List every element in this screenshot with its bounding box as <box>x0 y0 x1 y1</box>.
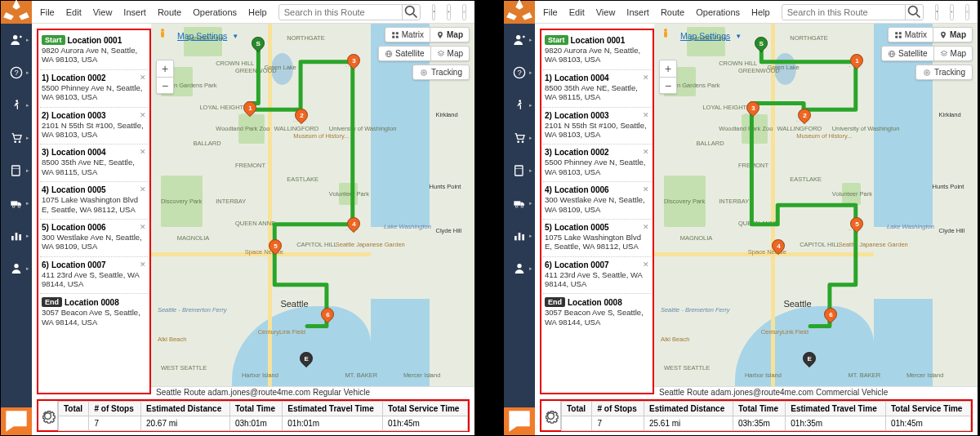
search-input[interactable] <box>782 7 905 17</box>
zoom-in-button[interactable]: + <box>157 60 173 77</box>
menu-help[interactable]: Help <box>248 7 267 17</box>
stop-item[interactable]: 4) Location 0006 300 Westlake Ave N, Sea… <box>543 182 651 220</box>
menu-edit[interactable]: Edit <box>569 7 585 17</box>
stats-settings-icon[interactable] <box>541 401 561 430</box>
search-button[interactable] <box>402 4 420 20</box>
map-marker-4[interactable]: 4 <box>770 236 783 252</box>
map-button[interactable]: Map <box>430 28 469 42</box>
tracking-button[interactable]: Tracking <box>915 65 973 80</box>
map-marker-2[interactable]: 2 <box>796 105 809 122</box>
menu-view[interactable]: View <box>93 7 113 17</box>
menu-file[interactable]: File <box>543 7 558 17</box>
pegman-icon[interactable] <box>156 27 169 42</box>
map2-button[interactable]: Map <box>430 47 469 60</box>
map-marker-S[interactable]: S <box>252 37 265 53</box>
map-marker-1[interactable]: 1 <box>849 51 862 67</box>
sidebar-person-icon[interactable]: ▸ <box>1 252 32 285</box>
stop-item[interactable]: 3) Location 0002 5500 Phinney Ave N, Sea… <box>543 145 651 182</box>
menu-help[interactable]: Help <box>751 7 770 17</box>
map-marker-4[interactable]: 4 <box>345 214 359 230</box>
sidebar-book-icon[interactable]: ▸ <box>1 154 32 187</box>
sidebar-chart-icon[interactable]: ▸ <box>1 220 32 252</box>
stop-item[interactable]: Start Location 0001 9820 Aurora Ave N, S… <box>40 32 148 70</box>
sidebar-help-icon[interactable]: ?▸ <box>1 56 32 89</box>
remove-stop-icon[interactable]: ✕ <box>643 223 649 231</box>
satellite-button[interactable]: Satellite <box>882 47 933 60</box>
map-settings-link[interactable]: Map Settings <box>680 31 730 41</box>
menu-operations[interactable]: Operations <box>193 7 237 17</box>
notifications-icon[interactable] <box>432 4 436 20</box>
stop-item[interactable]: 1) Location 0004 8500 35th Ave NE, Seatt… <box>543 70 651 108</box>
chat-icon[interactable] <box>1 407 32 435</box>
sidebar-cart-icon[interactable]: ▸ <box>1 122 32 154</box>
sidebar-truck-icon[interactable]: ▸ <box>1 187 32 220</box>
map-marker-2[interactable]: 2 <box>293 105 306 122</box>
favorites-icon[interactable] <box>447 4 451 20</box>
favorites-icon[interactable] <box>950 4 954 20</box>
stop-item[interactable]: 5) Location 0005 1075 Lake Washington Bl… <box>543 220 651 257</box>
menu-route[interactable]: Route <box>158 7 181 17</box>
stop-item[interactable]: End Location 0008 3057 Beacon Ave S, Sea… <box>543 294 651 331</box>
sidebar-cart-icon[interactable]: ▸ <box>504 122 535 154</box>
remove-stop-icon[interactable]: ✕ <box>140 260 146 269</box>
zoom-out-button[interactable]: − <box>660 77 676 93</box>
stop-item[interactable]: 2) Location 0003 2101 N 55th St #100, Se… <box>40 108 148 145</box>
matrix-button[interactable]: Matrix <box>385 28 430 42</box>
stop-item[interactable]: End Location 0008 3057 Beacon Ave S, Sea… <box>40 294 148 331</box>
tracking-button[interactable]: Tracking <box>412 65 470 80</box>
map-marker-5[interactable]: 5 <box>849 214 862 230</box>
remove-stop-icon[interactable]: ✕ <box>643 73 649 82</box>
remove-stop-icon[interactable]: ✕ <box>140 148 146 156</box>
map-marker-S[interactable]: S <box>755 37 768 53</box>
sidebar-book-icon[interactable]: ▸ <box>504 154 535 187</box>
zoom-out-button[interactable]: − <box>157 77 173 93</box>
pegman-icon[interactable] <box>659 27 672 42</box>
menu-insert[interactable]: Insert <box>123 7 146 17</box>
menu-icon[interactable] <box>965 4 969 20</box>
menu-route[interactable]: Route <box>661 7 684 17</box>
stop-item[interactable]: Start Location 0001 9820 Aurora Ave N, S… <box>543 32 651 70</box>
remove-stop-icon[interactable]: ✕ <box>140 111 146 119</box>
menu-operations[interactable]: Operations <box>696 7 740 17</box>
remove-stop-icon[interactable]: ✕ <box>140 223 146 231</box>
stop-item[interactable]: 3) Location 0004 8500 35th Ave NE, Seatt… <box>40 145 148 182</box>
sidebar-personplus-icon[interactable]: ▸ <box>504 24 535 56</box>
chat-icon[interactable] <box>504 407 535 435</box>
menu-icon[interactable] <box>462 4 466 20</box>
menu-edit[interactable]: Edit <box>66 7 82 17</box>
matrix-button[interactable]: Matrix <box>889 28 933 42</box>
search-button[interactable] <box>905 4 923 20</box>
map-marker-5[interactable]: 5 <box>267 236 280 252</box>
map-marker-6[interactable]: 6 <box>319 305 332 321</box>
sidebar-walk-icon[interactable]: ▸ <box>504 89 535 122</box>
stop-item[interactable]: 2) Location 0003 2101 N 55th St #100, Se… <box>543 108 651 145</box>
zoom-in-button[interactable]: + <box>660 60 676 77</box>
map-marker-6[interactable]: 6 <box>822 305 835 321</box>
menu-view[interactable]: View <box>596 7 616 17</box>
map-settings-link[interactable]: Map Settings <box>177 31 227 41</box>
notifications-icon[interactable] <box>935 4 939 20</box>
sidebar-person-icon[interactable]: ▸ <box>504 252 535 285</box>
stop-item[interactable]: 6) Location 0007 411 23rd Ave S, Seattle… <box>40 257 148 295</box>
map-marker-E[interactable]: E <box>300 352 313 368</box>
map-marker-E[interactable]: E <box>803 352 816 368</box>
sidebar-personplus-icon[interactable]: ▸ <box>1 24 32 56</box>
map-marker-3[interactable]: 3 <box>345 51 359 67</box>
map2-button[interactable]: Map <box>933 47 972 60</box>
satellite-button[interactable]: Satellite <box>379 47 430 60</box>
remove-stop-icon[interactable]: ✕ <box>643 148 649 156</box>
sidebar-truck-icon[interactable]: ▸ <box>504 187 535 220</box>
stop-item[interactable]: 5) Location 0006 300 Westlake Ave N, Sea… <box>40 220 148 257</box>
sidebar-walk-icon[interactable]: ▸ <box>1 89 32 122</box>
map-marker-1[interactable]: 1 <box>242 98 255 114</box>
remove-stop-icon[interactable]: ✕ <box>140 185 146 194</box>
sidebar-chart-icon[interactable]: ▸ <box>504 220 535 252</box>
stats-settings-icon[interactable] <box>38 401 58 430</box>
remove-stop-icon[interactable]: ✕ <box>140 73 146 82</box>
stop-item[interactable]: 4) Location 0005 1075 Lake Washington Bl… <box>40 182 148 220</box>
sidebar-help-icon[interactable]: ?▸ <box>504 56 535 89</box>
map-button[interactable]: Map <box>933 28 972 42</box>
remove-stop-icon[interactable]: ✕ <box>643 185 649 194</box>
menu-file[interactable]: File <box>40 7 55 17</box>
remove-stop-icon[interactable]: ✕ <box>643 111 649 119</box>
